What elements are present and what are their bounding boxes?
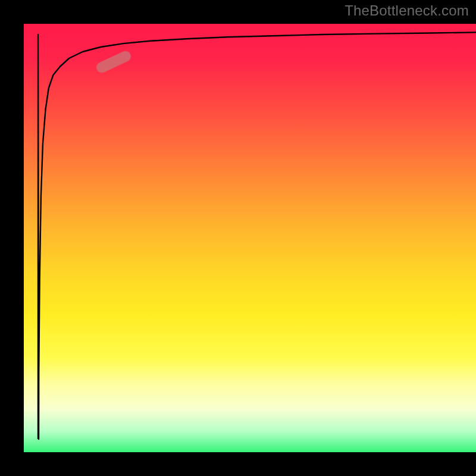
watermark-text: TheBottleneck.com xyxy=(345,2,469,19)
curve-svg xyxy=(24,24,476,452)
curve-path xyxy=(38,32,476,439)
chart-plot-area xyxy=(24,24,476,452)
